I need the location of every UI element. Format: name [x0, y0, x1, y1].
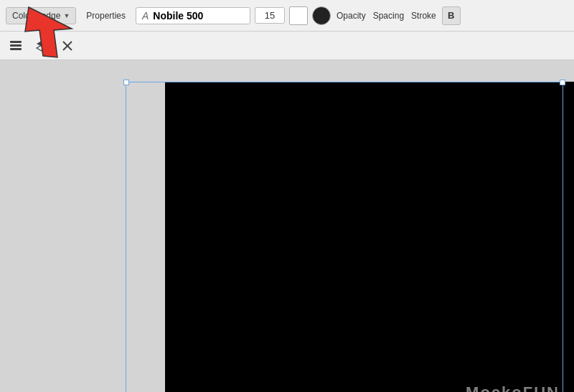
text-line: etesque habitant morbi. Tristiq ue. Nec … [165, 93, 574, 103]
text-line: o. Arcu cursus vitae congue mauris rh tt… [165, 133, 574, 143]
font-selector[interactable]: A Nobile 500 [136, 7, 250, 24]
text-line: . Arcu cur tae con mauris rhoncus. m ver… [165, 173, 574, 183]
text-line: verra aliquam aenean vel amet tincidunt … [165, 113, 574, 123]
dropdown-arrow-icon: ▼ [63, 12, 70, 19]
svg-rect-0 [10, 41, 22, 43]
handle-top-left[interactable] [123, 80, 129, 85]
text-line: que dignissim enim sit ame. Sem viverra … [165, 193, 574, 204]
color-swatch-black[interactable] [312, 6, 331, 25]
color-swatch-white[interactable] [289, 6, 308, 25]
layers-icon[interactable] [6, 36, 26, 56]
text-line: gnissim m sit amet. Sem viv aliquet e at… [165, 153, 574, 163]
text-line: ac turpis. Dui ut ornare lectus sit. Nec… [165, 143, 574, 153]
text-line: cursus vitae congue mauris rhoncus aenea… [165, 224, 574, 234]
typography-text: adipiscing elit, sed am nulla facilisi c… [165, 82, 574, 392]
text-line: uverre nibh cras. Lorem ipsum dolor si l… [165, 123, 574, 133]
font-icon: A [142, 10, 149, 21]
spacing-label: Spacing [372, 11, 405, 21]
stack-icon[interactable] [32, 36, 52, 56]
text-line: n. Risus ultrices tristique nulla alique… [165, 103, 574, 113]
text-line: ames ac turpis. Dui ut ornare ectus sit.… [165, 183, 574, 193]
canvas-image[interactable]: adipiscing elit, sed am nulla facilisi c… [165, 82, 574, 392]
opacity-label: Opacity [335, 11, 367, 21]
blend-mode-group: Color Dodge ▼ [6, 7, 76, 24]
text-line: adipiscing elit, sed am nulla facilisi c… [165, 83, 574, 93]
portrait: adipiscing elit, sed am nulla facilisi c… [165, 82, 574, 392]
main-toolbar: Color Dodge ▼ Properties A Nobile 500 15… [0, 0, 574, 32]
svg-marker-3 [37, 41, 47, 47]
font-name-label: Nobile 500 [153, 10, 203, 21]
text-line: labo l dolore magna aliqua. Tincidunt to… [165, 214, 574, 224]
blend-mode-button[interactable]: Color Dodge ▼ [6, 7, 76, 24]
svg-rect-1 [10, 44, 22, 47]
font-size-input[interactable]: 15 [255, 7, 285, 24]
text-line: sis gravida. DiamLorem ipsum dolor sit a… [165, 204, 574, 214]
svg-rect-2 [10, 48, 22, 50]
stroke-label: Stroke [410, 11, 438, 21]
bold-button[interactable]: B [442, 6, 461, 25]
canvas-area: adipiscing elit, sed am nulla facilisi c… [0, 60, 574, 392]
close-icon[interactable] [57, 36, 77, 56]
properties-button[interactable]: Properties [80, 8, 131, 24]
text-line: arcu curs nismLorem r olor sit amet, co … [165, 163, 574, 173]
secondary-toolbar [0, 32, 574, 60]
blend-mode-label: Color Dodge [12, 11, 60, 21]
